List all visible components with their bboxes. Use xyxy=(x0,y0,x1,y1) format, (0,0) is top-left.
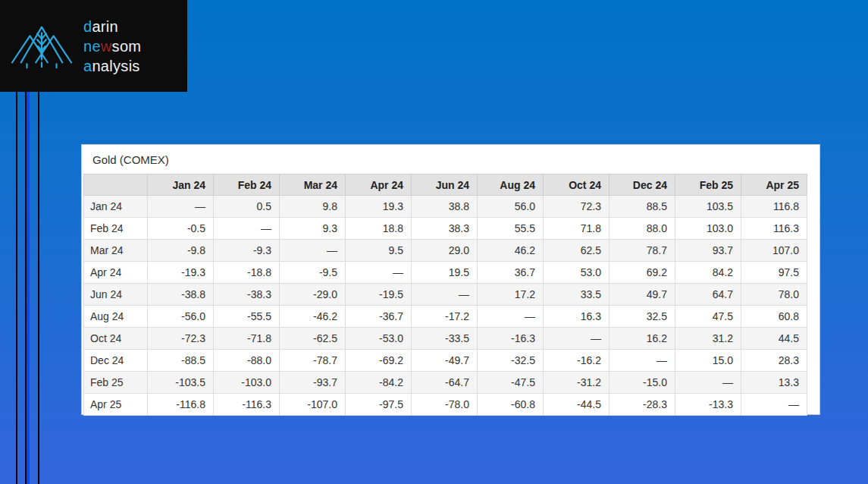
spread-value-cell: 78.7 xyxy=(609,240,675,262)
spread-value-cell: 19.5 xyxy=(412,262,478,284)
table-row: Oct 24-72.3-71.8-62.5-53.0-33.5-16.3—16.… xyxy=(84,328,807,350)
spread-value-cell: — xyxy=(478,306,544,328)
spread-value-cell: 107.0 xyxy=(741,240,807,262)
spread-value-cell: 72.3 xyxy=(544,196,609,218)
spread-value-cell: 29.0 xyxy=(412,240,478,262)
column-header: Mar 24 xyxy=(280,174,346,196)
spread-value-cell: -88.5 xyxy=(148,350,214,372)
spread-value-cell: -31.2 xyxy=(544,372,609,394)
spread-value-cell: 44.5 xyxy=(741,328,807,350)
vertical-stripe-black-1 xyxy=(16,92,17,484)
spread-value-cell: -16.3 xyxy=(478,328,544,350)
spread-value-cell: -18.8 xyxy=(214,262,280,284)
column-header: Apr 25 xyxy=(741,174,807,196)
column-header: Dec 24 xyxy=(609,174,675,196)
spread-value-cell: 55.5 xyxy=(478,218,544,240)
spread-value-cell: 47.5 xyxy=(675,306,741,328)
spread-value-cell: -9.5 xyxy=(280,262,346,284)
spread-value-cell: -9.3 xyxy=(214,240,280,262)
row-label: Mar 24 xyxy=(84,240,148,262)
spread-value-cell: 9.8 xyxy=(280,196,346,218)
spread-value-cell: -36.7 xyxy=(346,306,412,328)
vertical-stripe-black-3 xyxy=(38,92,39,484)
table-row: Feb 24-0.5—9.318.838.355.571.888.0103.01… xyxy=(84,218,807,240)
spread-value-cell: -38.3 xyxy=(214,284,280,306)
spread-value-cell: -9.8 xyxy=(148,240,214,262)
spread-value-cell: -16.2 xyxy=(544,350,609,372)
corner-cell xyxy=(84,174,148,196)
spread-value-cell: -19.3 xyxy=(148,262,214,284)
spread-value-cell: -28.3 xyxy=(609,394,675,416)
column-header: Apr 24 xyxy=(346,174,412,196)
spread-value-cell: 97.5 xyxy=(741,262,807,284)
spread-value-cell: 38.8 xyxy=(412,196,478,218)
spread-value-cell: -103.5 xyxy=(148,372,214,394)
spread-value-cell: 18.8 xyxy=(346,218,412,240)
spread-value-cell: 16.3 xyxy=(544,306,609,328)
spread-table-body: Jan 24—0.59.819.338.856.072.388.5103.511… xyxy=(84,196,807,416)
card-title: Gold (COMEX) xyxy=(82,145,819,174)
spread-value-cell: -17.2 xyxy=(412,306,478,328)
spread-value-cell: 16.2 xyxy=(609,328,675,350)
spread-value-cell: -47.5 xyxy=(478,372,544,394)
table-row: Dec 24-88.5-88.0-78.7-69.2-49.7-32.5-16.… xyxy=(84,350,807,372)
spread-value-cell: 32.5 xyxy=(609,306,675,328)
spread-value-cell: 84.2 xyxy=(675,262,741,284)
column-header: Feb 25 xyxy=(675,174,741,196)
column-header: Feb 24 xyxy=(214,174,280,196)
row-label: Dec 24 xyxy=(84,350,148,372)
spread-value-cell: -78.7 xyxy=(280,350,346,372)
spread-value-cell: -19.5 xyxy=(346,284,412,306)
table-row: Jun 24-38.8-38.3-29.0-19.5—17.233.549.76… xyxy=(84,284,807,306)
table-row: Mar 24-9.8-9.3—9.529.046.262.578.793.710… xyxy=(84,240,807,262)
spread-value-cell: -97.5 xyxy=(346,394,412,416)
spread-value-cell: — xyxy=(280,240,346,262)
column-header: Jan 24 xyxy=(148,174,214,196)
spread-value-cell: 36.7 xyxy=(478,262,544,284)
spread-value-cell: 116.8 xyxy=(741,196,807,218)
brand-line-analysis: analysis xyxy=(83,56,141,76)
brand-line-newsom: newsom xyxy=(83,36,141,56)
spread-value-cell: -55.5 xyxy=(214,306,280,328)
row-label: Apr 24 xyxy=(84,262,148,284)
spread-value-cell: -78.0 xyxy=(412,394,478,416)
spread-value-cell: 62.5 xyxy=(544,240,609,262)
spread-value-cell: 0.5 xyxy=(214,196,280,218)
header-row: Jan 24Feb 24Mar 24Apr 24Jun 24Aug 24Oct … xyxy=(84,174,807,196)
spread-value-cell: -38.8 xyxy=(148,284,214,306)
spread-value-cell: 116.3 xyxy=(741,218,807,240)
row-label: Jun 24 xyxy=(84,284,148,306)
column-header: Jun 24 xyxy=(412,174,478,196)
spread-value-cell: — xyxy=(346,262,412,284)
spread-value-cell: -93.7 xyxy=(280,372,346,394)
spread-value-cell: -13.3 xyxy=(675,394,741,416)
row-label: Apr 25 xyxy=(84,394,148,416)
table-row: Feb 25-103.5-103.0-93.7-84.2-64.7-47.5-3… xyxy=(84,372,807,394)
column-header: Oct 24 xyxy=(544,174,609,196)
spread-value-cell: 88.5 xyxy=(609,196,675,218)
spread-value-cell: 28.3 xyxy=(741,350,807,372)
spread-value-cell: -88.0 xyxy=(214,350,280,372)
row-label: Aug 24 xyxy=(84,306,148,328)
spread-value-cell: 69.2 xyxy=(609,262,675,284)
spread-value-cell: 15.0 xyxy=(675,350,741,372)
spread-value-cell: 19.3 xyxy=(346,196,412,218)
vertical-stripe-blue xyxy=(27,92,30,484)
mountains-wheat-icon xyxy=(11,20,73,72)
column-header: Aug 24 xyxy=(478,174,544,196)
spread-value-cell: -107.0 xyxy=(280,394,346,416)
spread-value-cell: -64.7 xyxy=(412,372,478,394)
row-label: Feb 25 xyxy=(84,372,148,394)
spread-value-cell: -60.8 xyxy=(478,394,544,416)
brand-line-darin: darin xyxy=(83,17,141,36)
spread-value-cell: 31.2 xyxy=(675,328,741,350)
table-row: Apr 24-19.3-18.8-9.5—19.536.753.069.284.… xyxy=(84,262,807,284)
spread-value-cell: -33.5 xyxy=(412,328,478,350)
table-row: Apr 25-116.8-116.3-107.0-97.5-78.0-60.8-… xyxy=(84,394,807,416)
spread-value-cell: — xyxy=(675,372,741,394)
spread-value-cell: — xyxy=(544,328,609,350)
spread-value-cell: — xyxy=(148,196,214,218)
spread-value-cell: 60.8 xyxy=(741,306,807,328)
table-row: Aug 24-56.0-55.5-46.2-36.7-17.2—16.332.5… xyxy=(84,306,807,328)
spread-value-cell: -69.2 xyxy=(346,350,412,372)
